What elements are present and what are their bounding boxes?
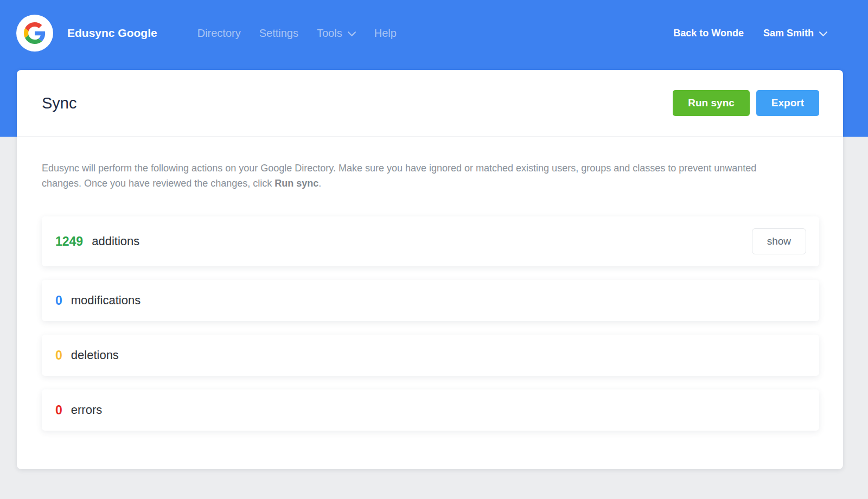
nav-item-directory[interactable]: Directory — [197, 27, 241, 40]
summary-count: 0 — [55, 348, 62, 363]
google-logo-icon[interactable] — [16, 15, 53, 52]
top-navigation-bar: Edusync Google Directory Settings Tools … — [0, 0, 868, 66]
summary-row-modifications: 0 modifications — [42, 280, 819, 321]
summary-label: errors — [71, 403, 102, 417]
nav-item-tools[interactable]: Tools — [317, 27, 356, 40]
nav-item-label: Directory — [197, 27, 241, 40]
summary-label: deletions — [71, 348, 119, 362]
nav-item-label: Settings — [259, 27, 298, 40]
summary-label: modifications — [71, 293, 141, 308]
export-button[interactable]: Export — [756, 90, 819, 116]
summary-count: 0 — [55, 293, 62, 308]
nav-item-label: Help — [374, 27, 397, 40]
chevron-down-icon — [819, 31, 827, 37]
back-to-wonde-link[interactable]: Back to Wonde — [673, 28, 744, 39]
main-nav: Directory Settings Tools Help — [197, 27, 397, 40]
sync-card: Sync Run sync Export Edusync will perfor… — [17, 70, 843, 469]
show-button[interactable]: show — [752, 228, 806, 254]
sync-card-header: Sync Run sync Export — [17, 70, 843, 137]
summary-row-deletions: 0 deletions — [42, 335, 819, 376]
user-menu[interactable]: Sam Smith — [763, 28, 827, 39]
summary-count: 1249 — [55, 234, 83, 249]
summary-row-errors: 0 errors — [42, 389, 819, 431]
topbar-right: Back to Wonde Sam Smith — [673, 28, 827, 39]
brand-title[interactable]: Edusync Google — [67, 27, 157, 40]
summary-row-additions: 1249 additions show — [42, 216, 819, 266]
nav-item-help[interactable]: Help — [374, 27, 397, 40]
summary-label: additions — [92, 234, 139, 248]
chevron-down-icon — [348, 31, 356, 37]
description-end: . — [318, 178, 321, 189]
run-sync-button[interactable]: Run sync — [673, 90, 750, 116]
description-bold: Run sync — [275, 178, 318, 189]
user-name-label: Sam Smith — [763, 28, 814, 39]
summary-rows: 1249 additions show 0 modifications 0 de… — [42, 216, 819, 431]
sync-description: Edusync will perform the following actio… — [42, 161, 780, 191]
sync-card-body: Edusync will perform the following actio… — [17, 137, 843, 431]
nav-item-label: Tools — [317, 27, 342, 40]
nav-item-settings[interactable]: Settings — [259, 27, 298, 40]
page-title: Sync — [42, 94, 76, 112]
summary-count: 0 — [55, 403, 62, 418]
description-text: Edusync will perform the following actio… — [42, 163, 756, 189]
